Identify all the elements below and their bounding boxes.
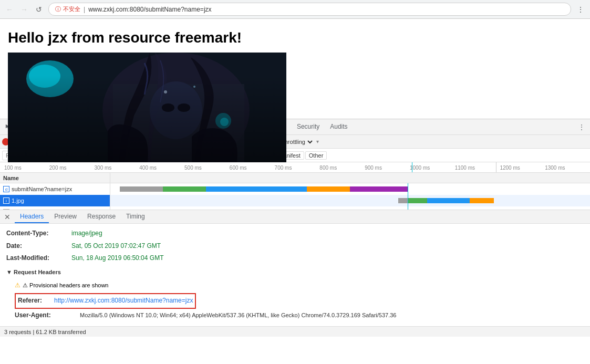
warning-icon: ⚠ (15, 280, 20, 292)
file-icon-ico: i (3, 209, 9, 210)
settings-button[interactable]: ⋮ (575, 4, 586, 15)
timeline-ruler: 100 ms 200 ms 300 ms 400 ms 500 ms 600 m… (0, 162, 590, 173)
timeline-label-900ms: 900 ms (365, 165, 410, 171)
file-icon-doc: d (3, 186, 9, 192)
content-type-row: Content-Type: image/jpeg (6, 228, 584, 240)
status-bar: 3 requests | 61.2 KB transferred (0, 326, 590, 337)
user-agent-row: User-Agent: Mozilla/5.0 (Windows NT 10.0… (15, 310, 584, 321)
last-modified-row: Last-Modified: Sun, 18 Aug 2019 06:50:04… (6, 253, 584, 264)
user-agent-val: Mozilla/5.0 (Windows NT 10.0; Win64; x64… (80, 310, 396, 321)
details-tabs: ✕ Headers Preview Response Timing (0, 210, 590, 224)
timeline-label-800ms: 800 ms (319, 165, 365, 171)
timeline-end-marker (496, 162, 496, 172)
network-list-header: Name (0, 173, 110, 183)
address-separator: | (84, 6, 85, 13)
timeline-label-1300ms: 1300 ms (545, 165, 590, 171)
referer-link[interactable]: http://www.zxkj.com:8080/submitName?name… (54, 295, 193, 307)
content-type-val: image/jpeg (71, 228, 102, 240)
timeline-label-100ms: 100 ms (4, 165, 49, 171)
details-tab-preview[interactable]: Preview (49, 211, 82, 223)
details-tab-headers[interactable]: Headers (15, 211, 49, 223)
svg-rect-0 (8, 53, 286, 168)
last-modified-val: Sun, 18 Aug 2019 06:50:04 GMT (71, 253, 163, 264)
request-headers-title: ▼ Request Headers (6, 267, 61, 278)
network-main: Name d submitName?name=jzx i 1.jpg i fav… (0, 173, 590, 210)
reload-button[interactable]: ↺ (34, 4, 44, 15)
waterfall-timeline (110, 173, 590, 183)
network-item-favicon[interactable]: i favicon.ico (0, 206, 110, 210)
svg-point-11 (193, 86, 195, 88)
wf-row-3 (110, 206, 590, 210)
svg-point-4 (162, 103, 174, 112)
timeline-label-1000ms: 1000 ms (410, 165, 455, 171)
referer-key: Referer: (18, 295, 52, 307)
svg-point-9 (220, 118, 229, 126)
forward-button[interactable]: → (19, 4, 29, 15)
provisional-warning-text: ⚠ Provisional headers are shown (23, 280, 108, 291)
anime-image (8, 53, 286, 168)
security-icon: ⓘ (55, 5, 61, 13)
timeline-label-200ms: 200 ms (49, 165, 95, 171)
svg-point-1 (102, 53, 250, 168)
svg-point-6 (26, 60, 74, 97)
address-bar[interactable]: ⓘ 不安全 | www.zxkj.com:8080/submitName?nam… (48, 3, 571, 16)
details-content: Content-Type: image/jpeg Date: Sat, 05 O… (0, 224, 590, 326)
svg-rect-2 (113, 84, 244, 168)
provisional-warning-row: ⚠ ⚠ Provisional headers are shown (15, 280, 584, 292)
wf-bar-1 (120, 186, 408, 192)
content-type-key: Content-Type: (6, 228, 69, 240)
address-text: www.zxkj.com:8080/submitName?name=jzx (88, 6, 211, 13)
referer-row: Referer: http://www.zxkj.com:8080/submit… (15, 293, 196, 309)
browser-chrome: ← → ↺ ⓘ 不安全 | www.zxkj.com:8080/submitNa… (0, 0, 590, 19)
svg-point-8 (215, 113, 231, 129)
date-row: Date: Sat, 05 Oct 2019 07:02:47 GMT (6, 241, 584, 252)
details-tab-response[interactable]: Response (82, 211, 121, 223)
details-tab-timing[interactable]: Timing (121, 211, 150, 223)
file-icon-img: i (3, 197, 9, 204)
wf-row-2 (110, 195, 590, 206)
network-item-submit[interactable]: d submitName?name=jzx (0, 183, 110, 195)
timeline-label-1100ms: 1100 ms (455, 165, 500, 171)
date-val: Sat, 05 Oct 2019 07:02:47 GMT (71, 241, 161, 252)
request-details: ✕ Headers Preview Response Timing Conten… (0, 210, 590, 326)
filter-other-button[interactable]: Other (305, 151, 327, 160)
timeline-label-1200ms: 1200 ms (500, 165, 545, 171)
svg-point-10 (164, 90, 167, 93)
status-text: 3 requests | 61.2 KB transferred (4, 329, 86, 335)
last-modified-key: Last-Modified: (6, 253, 69, 264)
timeline-label-400ms: 400 ms (139, 165, 184, 171)
network-list: Name d submitName?name=jzx i 1.jpg i fav… (0, 173, 110, 210)
tab-audits[interactable]: Audits (325, 119, 353, 135)
svg-point-7 (29, 65, 60, 88)
devtools-more-button[interactable]: ⋮ (575, 121, 588, 133)
page-content: Hello jzx from resource freemark! (0, 19, 590, 119)
user-agent-key: User-Agent: (15, 310, 78, 321)
date-key: Date: (6, 241, 69, 252)
svg-point-5 (178, 103, 190, 112)
network-item-jpg[interactable]: i 1.jpg (0, 195, 110, 206)
timeline-label-300ms: 300 ms (95, 165, 140, 171)
image-svg (8, 53, 286, 168)
svg-point-3 (150, 81, 202, 139)
back-button[interactable]: ← (4, 4, 15, 15)
wf-row-1 (110, 183, 590, 195)
timeline-label-600ms: 600 ms (230, 165, 275, 171)
waterfall-vline (408, 183, 408, 210)
wf-bar-2 (398, 198, 494, 203)
request-headers-section: ▼ Request Headers (6, 267, 584, 278)
tab-security[interactable]: Security (292, 119, 325, 135)
timeline-labels: 100 ms 200 ms 300 ms 400 ms 500 ms 600 m… (0, 162, 590, 173)
page-image (8, 53, 286, 168)
timeline-label-700ms: 700 ms (275, 165, 320, 171)
timeline-label-500ms: 500 ms (184, 165, 230, 171)
waterfall-area (110, 173, 590, 210)
throttle-arrow-icon: ▾ (316, 139, 319, 144)
security-label: 不安全 (63, 5, 80, 13)
timeline-marker (412, 162, 412, 172)
details-close-button[interactable]: ✕ (2, 212, 13, 222)
page-title: Hello jzx from resource freemark! (8, 29, 582, 46)
waterfall-rows (110, 183, 590, 210)
